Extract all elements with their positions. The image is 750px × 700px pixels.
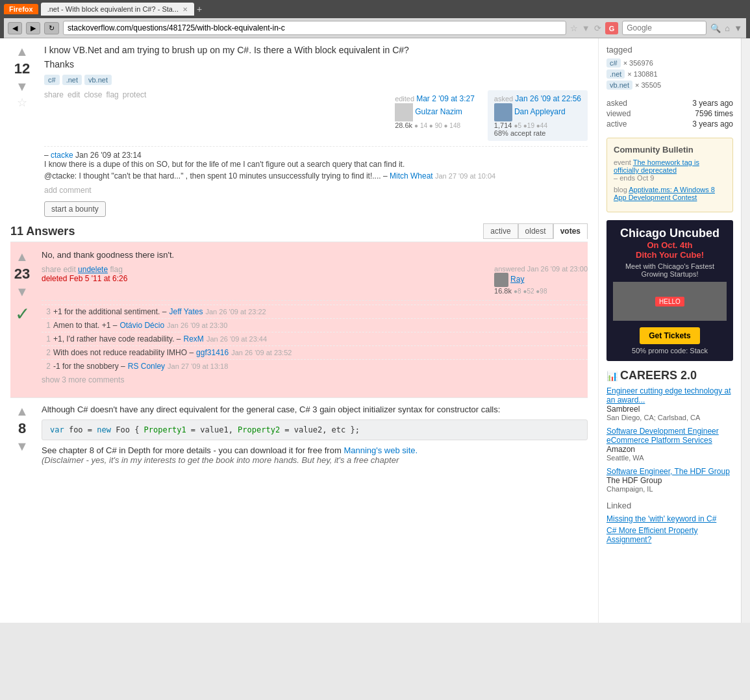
bookmark-icon2[interactable]: ▼ (582, 23, 590, 33)
sort-tabs: active oldest votes (483, 223, 588, 239)
sort-tab-votes[interactable]: votes (553, 223, 588, 239)
menu-icon[interactable]: ▼ (734, 23, 742, 33)
question-meta: share edit close flag protect edited Mar… (44, 90, 588, 141)
ad-promo: 50% promo code: Stack (613, 347, 727, 355)
job-2-location: Seattle, WA (606, 454, 733, 462)
linked-link-1[interactable]: Missing the 'with' keyword in C# (606, 514, 733, 523)
tagged-section: tagged c# × 356976 .net × 130881 vb.net … (606, 45, 733, 90)
page-wrap: ▲ 12 ▼ ☆ I know VB.Net and am trying to … (0, 38, 750, 623)
job-3-location: Champaign, IL (606, 485, 733, 493)
bulletin-link-2[interactable]: Apptivate.ms: A Windows 8 App Developmen… (614, 186, 715, 201)
answer-1-edit[interactable]: edit (63, 265, 75, 274)
job-2-company: Amazon (606, 445, 733, 454)
answer-1-flag[interactable]: flag (110, 265, 122, 274)
favorite-button[interactable]: ☆ (17, 95, 27, 110)
linked-link-2[interactable]: C# More Efficient Property Assignment? (606, 526, 733, 544)
asked-card: asked Jan 26 '09 at 22:56 Dan Appleyard … (488, 90, 588, 141)
stat-asked-value: 3 years ago (692, 99, 733, 108)
reload-icon[interactable]: ⟳ (594, 23, 601, 33)
bulletin-item-2: blog Apptivate.ms: A Windows 8 App Devel… (614, 186, 726, 201)
answer-1-meta: share edit undelete flag deleted Feb 5 '… (42, 265, 588, 295)
start-bounty-button[interactable]: start a bounty (44, 201, 106, 217)
code-prop1: Property1 (144, 425, 186, 434)
new-tab-icon[interactable]: + (197, 4, 202, 14)
home-icon[interactable]: ⌂ (725, 23, 730, 33)
code-text3: { (134, 425, 144, 434)
protect-link[interactable]: protect (123, 90, 147, 99)
sort-tab-oldest[interactable]: oldest (518, 223, 553, 239)
tagged-title: tagged (606, 45, 733, 55)
tab-close-icon[interactable]: ✕ (182, 6, 188, 13)
sidebar-tag-dotnet[interactable]: .net (606, 69, 625, 79)
stat-viewed-value: 7596 times (695, 109, 733, 118)
csharp-count: × 356976 (623, 59, 653, 67)
job-3-title[interactable]: Software Engineer, The HDF Group (606, 467, 730, 476)
answer-1-down[interactable]: ▼ (16, 285, 29, 298)
answer-2-intro: Although C# doesn't have any direct equi… (42, 405, 588, 414)
editor-name[interactable]: Gulzar Nazim (415, 107, 462, 116)
answer-comment-3-author[interactable]: RexM (184, 334, 204, 344)
ad-cta-button[interactable]: Get Tickets (640, 327, 699, 344)
question-body: I know VB.Net and am trying to brush up … (44, 45, 588, 217)
tag-vbnet[interactable]: vb.net (84, 75, 112, 85)
question-tags: c# .net vb.net (44, 75, 588, 85)
edit-link[interactable]: edit (68, 90, 80, 99)
sort-tab-active[interactable]: active (483, 223, 518, 239)
comment-2-author[interactable]: Mitch Wheat (390, 171, 433, 181)
share-link[interactable]: share (44, 90, 64, 99)
bulletin-item-1: event The homework tag is officially dep… (614, 158, 726, 182)
answer-comment-1-author[interactable]: Jeff Yates (169, 307, 203, 316)
answer-2-down[interactable]: ▼ (16, 440, 29, 453)
vote-up-button[interactable]: ▲ (16, 45, 29, 58)
sidebar-tag-csharp[interactable]: c# (606, 58, 621, 68)
vote-down-button[interactable]: ▼ (16, 80, 29, 93)
answer-comment-1-score: 3 (42, 307, 51, 316)
asked-date[interactable]: Jan 26 '09 at 22:56 (515, 94, 581, 103)
code-var: var (50, 425, 64, 434)
sidebar: tagged c# × 356976 .net × 130881 vb.net … (598, 38, 741, 623)
answer-comment-4-author[interactable]: ggf31416 (196, 348, 229, 357)
tag-dotnet[interactable]: .net (62, 75, 82, 85)
answer-1-share[interactable]: share (42, 265, 61, 274)
sidebar-tag-vbnet[interactable]: vb.net (606, 81, 632, 90)
job-2-title[interactable]: Software Development Engineer eCommerce … (606, 427, 719, 445)
refresh-button[interactable]: ↻ (44, 22, 59, 34)
answer-2-up[interactable]: ▲ (16, 405, 29, 418)
answer-1-username[interactable]: Ray (510, 275, 524, 284)
main-content: ▲ 12 ▼ ☆ I know VB.Net and am trying to … (0, 38, 598, 623)
answer-1-undelete[interactable]: undelete (78, 265, 108, 274)
linked-title: Linked (606, 501, 733, 510)
search-icon[interactable]: 🔍 (710, 23, 721, 33)
manning-link[interactable]: Manning's web site. (344, 445, 418, 455)
code-new: new (97, 425, 111, 434)
back-button[interactable]: ◀ (8, 22, 22, 34)
address-bar[interactable] (63, 21, 566, 35)
forward-button[interactable]: ▶ (26, 22, 40, 34)
comment-1-author[interactable]: ctacke (51, 151, 73, 160)
flag-link[interactable]: flag (106, 90, 118, 99)
answer-1-user-card: answered Jan 26 '09 at 23:00 Ray 16.8k ●… (494, 265, 588, 295)
close-link[interactable]: close (84, 90, 102, 99)
stat-viewed: viewed 7596 times (606, 109, 733, 118)
edited-date[interactable]: Mar 2 '09 at 3:27 (416, 94, 475, 103)
ad-title: Chicago Uncubed (613, 227, 727, 240)
scrollbar[interactable] (741, 38, 750, 623)
show-more-comments-link[interactable]: show 3 more comments (42, 375, 588, 384)
answer-1-accepted: ✓ (15, 303, 30, 325)
asker-name[interactable]: Dan Appleyard (514, 107, 566, 116)
browser-tab[interactable]: .net - With block equivalent in C#? - St… (41, 3, 194, 16)
answer-comment-2-author[interactable]: Otávio Décio (119, 321, 164, 330)
browser-chrome: Firefox .net - With block equivalent in … (0, 0, 750, 38)
edited-label: edited (395, 95, 414, 103)
job-item-3: Software Engineer, The HDF Group The HDF… (606, 467, 733, 493)
bookmark-icon[interactable]: ☆ (570, 23, 578, 33)
answer-comment-5-author[interactable]: RS Conley (128, 362, 165, 371)
job-1-title[interactable]: Engineer cutting edge technology at an a… (606, 386, 731, 405)
job-1-company: Sambreel (606, 405, 733, 414)
search-input[interactable] (622, 21, 706, 35)
asker-avatar (494, 103, 512, 121)
tag-csharp[interactable]: c# (44, 75, 60, 85)
answer-2-content: ▲ 8 ▼ Although C# doesn't have any direc… (10, 405, 588, 465)
add-comment-link[interactable]: add comment (44, 186, 588, 195)
answer-1-up[interactable]: ▲ (16, 250, 29, 263)
